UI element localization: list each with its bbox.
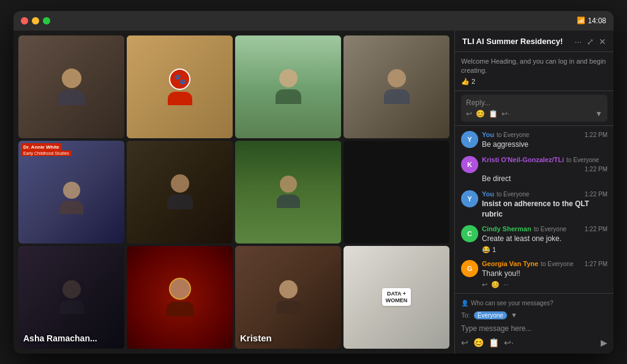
message-input[interactable]: Type message here...	[461, 322, 607, 335]
more-options-icon[interactable]: ···	[574, 37, 582, 46]
avatar-cindy: C	[461, 225, 478, 242]
msg-text-2: Be direct	[482, 174, 607, 184]
msg-time-3: 1:22 PM	[585, 191, 607, 198]
video-cell-5[interactable]: Dr. Annie White Early Childhood Studies	[18, 141, 124, 243]
chat-message-4: C Cindy Sherman to Everyone 1:22 PM Crea…	[461, 225, 607, 254]
msg-reaction-4[interactable]: 😂 1	[482, 246, 607, 254]
send-icon[interactable]: ▼	[595, 110, 603, 118]
video-cell-row2-col4	[344, 141, 449, 243]
msg-to-2: to Everyone	[566, 157, 599, 163]
reply-input[interactable]: Reply...	[466, 98, 603, 107]
close-button[interactable]	[21, 17, 28, 24]
msg-time-1: 1:22 PM	[585, 132, 607, 138]
participant-name-kristen: Kristen	[240, 333, 272, 343]
fullscreen-button[interactable]	[43, 17, 50, 24]
minimize-button[interactable]	[32, 17, 39, 24]
who-can-see: 👤 Who can see your messages?	[461, 297, 607, 309]
msg-to-1: to Everyone	[497, 132, 529, 138]
welcome-area: Welcome Heading, and you can log in and …	[455, 52, 614, 92]
video-cell-8[interactable]: Asha Ramachan...	[18, 246, 124, 349]
footer-icon-group: ↩ 😊 📋 ↩·	[461, 338, 514, 347]
chat-header-icons: ··· ⤢ ✕	[574, 37, 606, 46]
message-content-5: Georgia Van Tyne to Everyone 1:27 PM Tha…	[482, 260, 607, 289]
main-window: 📶 14:08	[13, 11, 614, 354]
to-row: To: Everyone ▼	[461, 311, 607, 319]
chat-footer: 👤 Who can see your messages? To: Everyon…	[455, 293, 614, 354]
avatar-georgia: G	[461, 260, 478, 277]
msg-sender-4: Cindy Sherman	[482, 225, 531, 232]
video-cell-7[interactable]	[235, 141, 341, 243]
chat-header: TLI AI Summer Residency! ··· ⤢ ✕	[455, 31, 614, 52]
react-icon[interactable]: 😊	[491, 281, 500, 289]
message-header-1: You to Everyone 1:22 PM	[482, 131, 607, 138]
msg-text-4: Create at least one joke.	[482, 234, 607, 244]
reply-msg-icon[interactable]: ↩	[482, 281, 487, 289]
traffic-lights	[21, 17, 50, 24]
msg-sender-3: You	[482, 190, 494, 198]
thumbs-up-reaction[interactable]: 👍 2	[461, 78, 607, 86]
reply-area: Reply... ↩ 😊 📋 ↩· ▼	[455, 91, 614, 126]
message-header-3: You to Everyone 1:22 PM	[482, 190, 607, 198]
attach-footer-icon[interactable]: 📋	[489, 338, 499, 347]
msg-sender-1: You	[482, 131, 494, 138]
msg-time-2: 1:22 PM	[585, 166, 607, 173]
footer-icons: ↩ 😊 📋 ↩· ▶	[461, 335, 607, 350]
msg-sender-5: Georgia Van Tyne	[482, 260, 538, 267]
video-cell-3[interactable]	[235, 35, 341, 138]
reply-footer-icon[interactable]: ↩	[461, 338, 468, 347]
expand-icon[interactable]: ⤢	[587, 37, 594, 46]
participant-name-asha: Asha Ramachan...	[23, 333, 97, 343]
titlebar: 📶 14:08	[13, 11, 614, 31]
more-msg-icon[interactable]: ···	[503, 281, 509, 289]
msg-to-5: to Everyone	[541, 261, 573, 267]
msg-text-3: Insist on adherence to the QLT rubric	[482, 199, 607, 220]
chat-message-5: G Georgia Van Tyne to Everyone 1:27 PM T…	[461, 260, 607, 289]
welcome-text: Welcome Heading, and you can log in and …	[461, 57, 607, 76]
message-header-5: Georgia Van Tyne to Everyone 1:27 PM	[482, 260, 607, 267]
reply-box[interactable]: Reply... ↩ 😊 📋 ↩· ▼	[461, 95, 607, 122]
reply-arrow-icon[interactable]: ↩	[466, 110, 472, 118]
message-content-4: Cindy Sherman to Everyone 1:22 PM Create…	[482, 225, 607, 254]
msg-text-1: Be aggressive	[482, 139, 607, 150]
message-header-2: Kristi O'Neil-Gonzalez/TLi to Everyone 1…	[482, 156, 607, 173]
to-everyone-badge[interactable]: Everyone	[474, 311, 507, 319]
msg-text-5: Thank you!!	[482, 269, 607, 279]
chat-messages: Y You to Everyone 1:22 PM Be aggressive …	[455, 126, 614, 292]
video-cell-4[interactable]	[344, 35, 449, 138]
emoji-footer-icon[interactable]: 😊	[473, 338, 484, 347]
close-chat-icon[interactable]: ✕	[599, 37, 606, 46]
send-message-icon[interactable]: ▶	[601, 338, 607, 347]
dropdown-arrow[interactable]: ▼	[511, 311, 517, 319]
video-area: 🐾	[13, 31, 454, 354]
video-grid: 🐾	[18, 35, 449, 349]
avatar-you-2: Y	[461, 190, 478, 207]
video-cell-11[interactable]: DATA + WOMEN	[344, 246, 449, 349]
emoji-icon-reply[interactable]: 😊	[476, 110, 485, 118]
attachment-icon[interactable]: 📋	[489, 110, 498, 118]
to-label: To:	[461, 311, 470, 319]
system-time: 📶 14:08	[577, 17, 606, 25]
format-footer-icon[interactable]: ↩·	[504, 338, 514, 347]
message-content-2: Kristi O'Neil-Gonzalez/TLi to Everyone 1…	[482, 156, 607, 184]
msg-actions-5: ↩ 😊 ···	[482, 281, 607, 289]
msg-time-5: 1:27 PM	[585, 261, 607, 267]
chat-message-3: Y You to Everyone 1:22 PM Insist on adhe…	[461, 190, 607, 220]
video-cell-1[interactable]	[18, 35, 124, 138]
video-cell-2[interactable]: 🐾	[127, 35, 233, 138]
message-content-1: You to Everyone 1:22 PM Be aggressive	[482, 131, 607, 150]
video-cell-9[interactable]	[127, 246, 233, 349]
video-cell-6[interactable]	[127, 141, 233, 243]
chat-message-1: Y You to Everyone 1:22 PM Be aggressive	[461, 131, 607, 150]
chat-message-2: K Kristi O'Neil-Gonzalez/TLi to Everyone…	[461, 156, 607, 184]
chat-sidebar: TLI AI Summer Residency! ··· ⤢ ✕ Welcome…	[454, 31, 614, 354]
video-cell-10[interactable]: Kristen	[235, 246, 341, 349]
message-header-4: Cindy Sherman to Everyone 1:22 PM	[482, 225, 607, 232]
more-reply-icon[interactable]: ↩·	[501, 110, 509, 118]
avatar-kristi: K	[461, 156, 478, 173]
msg-to-4: to Everyone	[534, 226, 566, 232]
msg-sender-2: Kristi O'Neil-Gonzalez/TLi	[482, 156, 564, 163]
chat-title: TLI AI Summer Residency!	[462, 37, 563, 46]
main-content: 🐾	[13, 31, 614, 354]
msg-to-3: to Everyone	[497, 191, 529, 198]
message-content-3: You to Everyone 1:22 PM Insist on adhere…	[482, 190, 607, 220]
